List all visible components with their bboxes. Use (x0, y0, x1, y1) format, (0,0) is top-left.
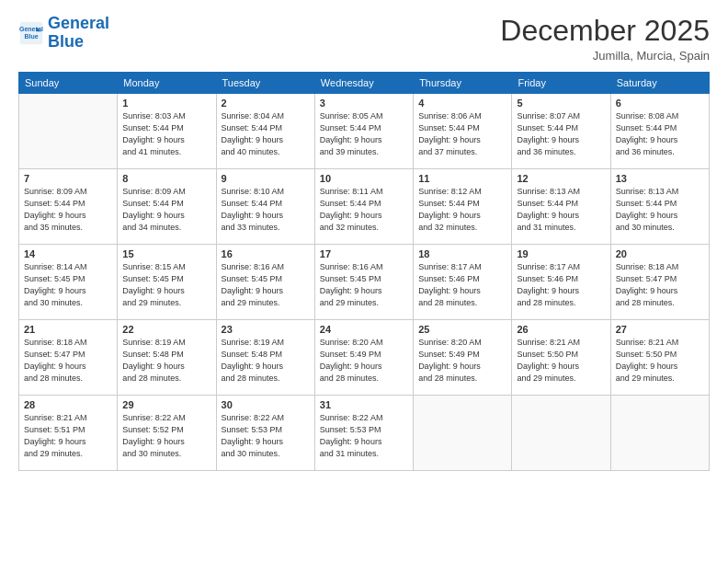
table-row: 11Sunrise: 8:12 AMSunset: 5:44 PMDayligh… (414, 169, 512, 245)
day-number: 4 (418, 98, 506, 109)
table-row: 21Sunrise: 8:18 AMSunset: 5:47 PMDayligh… (19, 320, 118, 396)
day-info: Sunrise: 8:10 AMSunset: 5:44 PMDaylight:… (222, 186, 310, 234)
day-number: 3 (320, 98, 408, 109)
day-info: Sunrise: 8:05 AMSunset: 5:44 PMDaylight:… (320, 110, 408, 158)
day-info: Sunrise: 8:16 AMSunset: 5:45 PMDaylight:… (320, 261, 408, 309)
table-row: 19Sunrise: 8:17 AMSunset: 5:46 PMDayligh… (512, 245, 610, 320)
table-row: 15Sunrise: 8:15 AMSunset: 5:45 PMDayligh… (118, 245, 216, 320)
table-row (610, 396, 709, 471)
day-info: Sunrise: 8:09 AMSunset: 5:44 PMDaylight:… (122, 186, 210, 234)
table-row: 27Sunrise: 8:21 AMSunset: 5:50 PMDayligh… (610, 320, 709, 396)
table-row (512, 396, 610, 471)
table-row: 16Sunrise: 8:16 AMSunset: 5:45 PMDayligh… (216, 245, 314, 320)
day-number: 20 (616, 248, 704, 259)
calendar-week-row: 7Sunrise: 8:09 AMSunset: 5:44 PMDaylight… (19, 169, 710, 245)
day-info: Sunrise: 8:12 AMSunset: 5:44 PMDaylight:… (418, 186, 506, 234)
table-row: 3Sunrise: 8:05 AMSunset: 5:44 PMDaylight… (314, 94, 413, 169)
day-number: 22 (122, 324, 210, 335)
day-number: 27 (616, 324, 704, 335)
calendar-week-row: 14Sunrise: 8:14 AMSunset: 5:45 PMDayligh… (19, 245, 710, 320)
calendar-week-row: 1Sunrise: 8:03 AMSunset: 5:44 PMDaylight… (19, 94, 710, 169)
day-info: Sunrise: 8:16 AMSunset: 5:45 PMDaylight:… (222, 261, 310, 309)
day-info: Sunrise: 8:21 AMSunset: 5:50 PMDaylight:… (616, 337, 704, 385)
table-row (414, 396, 512, 471)
day-info: Sunrise: 8:20 AMSunset: 5:49 PMDaylight:… (418, 337, 506, 385)
day-number: 10 (320, 173, 408, 184)
day-number: 29 (122, 399, 210, 410)
calendar-week-row: 21Sunrise: 8:18 AMSunset: 5:47 PMDayligh… (19, 320, 710, 396)
day-number: 13 (616, 173, 704, 184)
col-monday: Monday (118, 73, 216, 94)
day-number: 17 (320, 248, 408, 259)
table-row: 25Sunrise: 8:20 AMSunset: 5:49 PMDayligh… (414, 320, 512, 396)
day-info: Sunrise: 8:17 AMSunset: 5:46 PMDaylight:… (418, 261, 506, 309)
day-info: Sunrise: 8:14 AMSunset: 5:45 PMDaylight:… (24, 261, 112, 309)
table-row: 17Sunrise: 8:16 AMSunset: 5:45 PMDayligh… (314, 245, 413, 320)
day-info: Sunrise: 8:21 AMSunset: 5:51 PMDaylight:… (24, 412, 112, 460)
table-row: 28Sunrise: 8:21 AMSunset: 5:51 PMDayligh… (19, 396, 118, 471)
day-number: 8 (122, 173, 210, 184)
day-info: Sunrise: 8:18 AMSunset: 5:47 PMDaylight:… (616, 261, 704, 309)
day-number: 31 (320, 399, 408, 410)
table-row (19, 94, 118, 169)
table-row: 7Sunrise: 8:09 AMSunset: 5:44 PMDaylight… (19, 169, 118, 245)
table-row: 22Sunrise: 8:19 AMSunset: 5:48 PMDayligh… (118, 320, 216, 396)
day-number: 6 (616, 98, 704, 109)
day-info: Sunrise: 8:22 AMSunset: 5:53 PMDaylight:… (222, 412, 310, 460)
table-row: 18Sunrise: 8:17 AMSunset: 5:46 PMDayligh… (414, 245, 512, 320)
day-number: 12 (517, 173, 605, 184)
logo-text: General Blue (48, 15, 109, 52)
calendar: Sunday Monday Tuesday Wednesday Thursday… (18, 72, 710, 471)
table-row: 14Sunrise: 8:14 AMSunset: 5:45 PMDayligh… (19, 245, 118, 320)
table-row: 5Sunrise: 8:07 AMSunset: 5:44 PMDaylight… (512, 94, 610, 169)
calendar-week-row: 28Sunrise: 8:21 AMSunset: 5:51 PMDayligh… (19, 396, 710, 471)
table-row: 8Sunrise: 8:09 AMSunset: 5:44 PMDaylight… (118, 169, 216, 245)
day-info: Sunrise: 8:18 AMSunset: 5:47 PMDaylight:… (24, 337, 112, 385)
table-row: 6Sunrise: 8:08 AMSunset: 5:44 PMDaylight… (610, 94, 709, 169)
day-number: 16 (222, 248, 310, 259)
table-row: 12Sunrise: 8:13 AMSunset: 5:44 PMDayligh… (512, 169, 610, 245)
table-row: 2Sunrise: 8:04 AMSunset: 5:44 PMDaylight… (216, 94, 314, 169)
col-sunday: Sunday (19, 73, 118, 94)
table-row: 30Sunrise: 8:22 AMSunset: 5:53 PMDayligh… (216, 396, 314, 471)
day-number: 21 (24, 324, 112, 335)
day-info: Sunrise: 8:13 AMSunset: 5:44 PMDaylight:… (616, 186, 704, 234)
day-number: 2 (222, 98, 310, 109)
col-saturday: Saturday (610, 73, 709, 94)
day-info: Sunrise: 8:17 AMSunset: 5:46 PMDaylight:… (517, 261, 605, 309)
day-number: 19 (517, 248, 605, 259)
day-number: 30 (222, 399, 310, 410)
table-row: 4Sunrise: 8:06 AMSunset: 5:44 PMDaylight… (414, 94, 512, 169)
location: Jumilla, Murcia, Spain (500, 49, 710, 63)
day-number: 14 (24, 248, 112, 259)
table-row: 20Sunrise: 8:18 AMSunset: 5:47 PMDayligh… (610, 245, 709, 320)
day-number: 9 (222, 173, 310, 184)
table-row: 23Sunrise: 8:19 AMSunset: 5:48 PMDayligh… (216, 320, 314, 396)
day-number: 11 (418, 173, 506, 184)
day-number: 24 (320, 324, 408, 335)
day-number: 7 (24, 173, 112, 184)
day-number: 26 (517, 324, 605, 335)
day-number: 28 (24, 399, 112, 410)
table-row: 10Sunrise: 8:11 AMSunset: 5:44 PMDayligh… (314, 169, 413, 245)
day-number: 1 (122, 98, 210, 109)
day-info: Sunrise: 8:19 AMSunset: 5:48 PMDaylight:… (122, 337, 210, 385)
table-row: 13Sunrise: 8:13 AMSunset: 5:44 PMDayligh… (610, 169, 709, 245)
table-row: 31Sunrise: 8:22 AMSunset: 5:53 PMDayligh… (314, 396, 413, 471)
day-info: Sunrise: 8:08 AMSunset: 5:44 PMDaylight:… (616, 110, 704, 158)
table-row: 26Sunrise: 8:21 AMSunset: 5:50 PMDayligh… (512, 320, 610, 396)
month-title: December 2025 (500, 15, 710, 47)
day-info: Sunrise: 8:21 AMSunset: 5:50 PMDaylight:… (517, 337, 605, 385)
day-number: 18 (418, 248, 506, 259)
table-row: 24Sunrise: 8:20 AMSunset: 5:49 PMDayligh… (314, 320, 413, 396)
day-info: Sunrise: 8:09 AMSunset: 5:44 PMDaylight:… (24, 186, 112, 234)
day-info: Sunrise: 8:03 AMSunset: 5:44 PMDaylight:… (122, 110, 210, 158)
table-row: 1Sunrise: 8:03 AMSunset: 5:44 PMDaylight… (118, 94, 216, 169)
svg-text:Blue: Blue (24, 33, 38, 40)
day-info: Sunrise: 8:15 AMSunset: 5:45 PMDaylight:… (122, 261, 210, 309)
day-info: Sunrise: 8:19 AMSunset: 5:48 PMDaylight:… (222, 337, 310, 385)
col-tuesday: Tuesday (216, 73, 314, 94)
day-number: 25 (418, 324, 506, 335)
calendar-header-row: Sunday Monday Tuesday Wednesday Thursday… (19, 73, 710, 94)
day-info: Sunrise: 8:04 AMSunset: 5:44 PMDaylight:… (222, 110, 310, 158)
